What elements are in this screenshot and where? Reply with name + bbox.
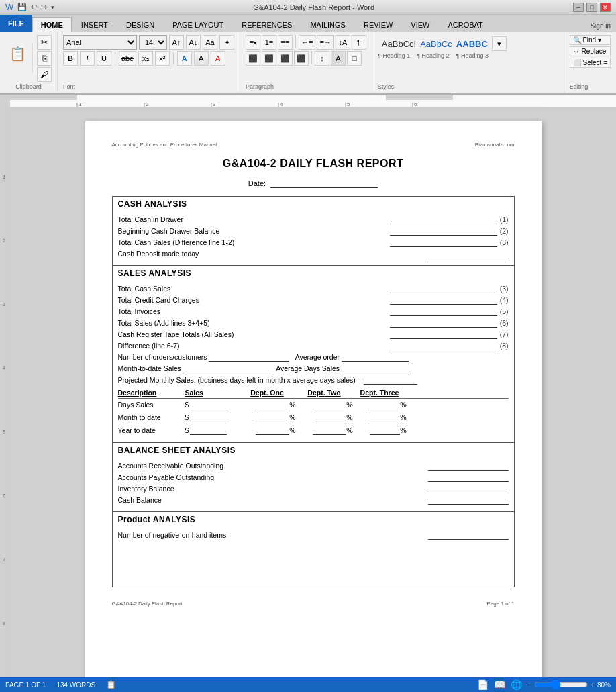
balance-line-2 xyxy=(428,473,509,482)
sort-button[interactable]: ↕A xyxy=(336,35,350,50)
style-heading1[interactable]: AaBbCc xyxy=(420,39,452,49)
style-heading2[interactable]: AABBC xyxy=(456,39,488,49)
decrease-font-button[interactable]: A↓ xyxy=(186,35,201,50)
cash-line-3 xyxy=(390,238,497,247)
tab-page-layout[interactable]: PAGE LAYOUT xyxy=(164,17,232,32)
justify-button[interactable]: ⬛ xyxy=(294,51,309,66)
close-button[interactable]: ✕ xyxy=(600,3,611,12)
shading-button[interactable]: A xyxy=(331,51,346,66)
avg-days-line xyxy=(342,364,409,373)
month-dept3-line xyxy=(370,413,400,422)
sales-table-header: Description Sales Dept. One Dept. Two De… xyxy=(118,386,509,399)
quick-access-save[interactable]: 💾 xyxy=(17,3,27,11)
sales-line-6 xyxy=(390,342,497,350)
multilevel-list-button[interactable]: ≡≡ xyxy=(278,35,293,50)
tab-view[interactable]: VIEW xyxy=(402,17,438,32)
style-normal[interactable]: AaBbCcI xyxy=(382,39,416,49)
quick-access-undo[interactable]: ↩ xyxy=(31,3,37,11)
font-name-select[interactable]: Arial xyxy=(63,35,137,50)
tab-acrobat[interactable]: ACROBAT xyxy=(439,17,491,32)
quick-access-redo[interactable]: ↪ xyxy=(41,3,47,11)
view-web[interactable]: 🌐 xyxy=(511,679,522,690)
bullets-button[interactable]: ≡• xyxy=(246,35,260,50)
styles-group: AaBbCcI AaBbCc AABBC ▾ xyxy=(378,35,558,52)
borders-button[interactable]: □ xyxy=(347,51,362,66)
change-case-button[interactable]: Aa xyxy=(203,35,217,50)
vertical-ruler-svg: 1 2 3 4 5 6 7 8 xyxy=(0,108,10,685)
bold-button[interactable]: B xyxy=(63,51,78,66)
zoom-in-button[interactable]: + xyxy=(591,681,595,689)
balance-line-1 xyxy=(428,462,509,471)
tab-home[interactable]: HOME xyxy=(32,17,72,32)
subscript-button[interactable]: x₂ xyxy=(138,51,153,66)
month-sales-line xyxy=(183,364,270,373)
page-header-left: Accounting Policies and Procedures Manua… xyxy=(112,142,217,148)
proofing-icon[interactable]: 📋 xyxy=(106,680,116,689)
ribbon-tabs: FILE HOME INSERT DESIGN PAGE LAYOUT REFE… xyxy=(0,15,616,32)
increase-font-button[interactable]: A↑ xyxy=(169,35,184,50)
align-right-button[interactable]: ⬛ xyxy=(278,51,293,66)
month-dept1-line xyxy=(256,413,289,422)
sales-analysis-section: SALES ANALYSIS Total Cash Sales (3) Tota… xyxy=(112,266,515,443)
font-size-select[interactable]: 14 xyxy=(139,35,167,50)
year-dept3-line xyxy=(370,426,400,435)
paste-button[interactable]: 📋 xyxy=(5,44,30,73)
col-header-sales: Sales xyxy=(185,389,239,397)
minimize-button[interactable]: ─ xyxy=(573,3,584,12)
select-button[interactable]: ⬜ Select = xyxy=(570,58,611,68)
year-dept2-line xyxy=(313,426,346,435)
find-button[interactable]: 🔍 Find ▾ xyxy=(570,35,611,45)
underline-button[interactable]: U xyxy=(97,51,111,66)
page-header: Accounting Policies and Procedures Manua… xyxy=(112,142,515,148)
table-label-year: Year to date xyxy=(118,426,185,434)
product-extra-space xyxy=(118,541,509,581)
sales-row-3: Total Invoices (5) xyxy=(118,306,509,317)
decrease-indent-button[interactable]: ←≡ xyxy=(299,35,315,50)
show-hide-button[interactable]: ¶ xyxy=(352,35,366,50)
style-label-normal: ¶ Heading 1 xyxy=(378,52,410,59)
balance-label-3: Inventory Balance xyxy=(118,485,428,493)
sales-label-3: Total Invoices xyxy=(118,307,390,315)
month-dept3-cell: % xyxy=(353,413,407,422)
tab-design[interactable]: DESIGN xyxy=(117,17,163,32)
tab-references[interactable]: REFERENCES xyxy=(233,17,301,32)
sales-num-5: (7) xyxy=(500,330,509,338)
tab-mailings[interactable]: MAILINGS xyxy=(301,17,354,32)
numbering-button[interactable]: 1≡ xyxy=(262,35,276,50)
cut-button[interactable]: ✂ xyxy=(37,35,52,50)
copy-button[interactable]: ⎘ xyxy=(37,51,52,66)
replace-button[interactable]: ↔ Replace xyxy=(570,46,611,56)
cash-analysis-header: CASH ANALYSIS xyxy=(113,197,514,211)
align-left-button[interactable]: ⬛ xyxy=(246,51,260,66)
horizontal-ruler: 1 2 3 4 5 6 xyxy=(10,95,616,108)
tab-insert[interactable]: INSERT xyxy=(72,17,117,32)
balance-sheet-section: BALANCE SHEET ANALYSIS Accounts Receivab… xyxy=(112,443,515,512)
clear-format-button[interactable]: ✦ xyxy=(219,35,234,50)
line-spacing-button[interactable]: ↕ xyxy=(315,51,329,66)
view-print[interactable]: 📄 xyxy=(477,679,489,690)
superscript-button[interactable]: x² xyxy=(155,51,170,66)
strikethrough-button[interactable]: abc xyxy=(119,51,136,66)
highlight-button[interactable]: A xyxy=(194,51,209,66)
tab-review[interactable]: REVIEW xyxy=(355,17,401,32)
increase-indent-button[interactable]: ≡→ xyxy=(317,35,333,50)
sales-line-4 xyxy=(390,319,497,328)
italic-button[interactable]: I xyxy=(80,51,95,66)
align-center-button[interactable]: ⬛ xyxy=(262,51,276,66)
restore-button[interactable]: □ xyxy=(586,3,597,12)
days-dept2-cell: % xyxy=(296,401,353,409)
tab-file[interactable]: FILE xyxy=(0,15,32,32)
font-color-button[interactable]: A xyxy=(211,51,225,66)
text-effect-button[interactable]: A xyxy=(177,51,192,66)
sales-num-2: (4) xyxy=(500,296,509,304)
cash-analysis-section: CASH ANALYSIS Total Cash in Drawer (1) B… xyxy=(112,196,515,266)
zoom-out-button[interactable]: − xyxy=(527,681,531,689)
sales-num-1: (3) xyxy=(500,285,509,293)
format-painter-button[interactable]: 🖌 xyxy=(37,67,52,82)
sign-in-link[interactable]: Sign in xyxy=(584,19,616,32)
year-dept1-cell: % xyxy=(239,426,296,435)
cash-analysis-body: Total Cash in Drawer (1) Beginning Cash … xyxy=(113,211,514,265)
zoom-slider-input[interactable] xyxy=(534,679,588,690)
view-reading[interactable]: 📖 xyxy=(494,679,505,690)
styles-scroll-button[interactable]: ▾ xyxy=(492,36,507,51)
